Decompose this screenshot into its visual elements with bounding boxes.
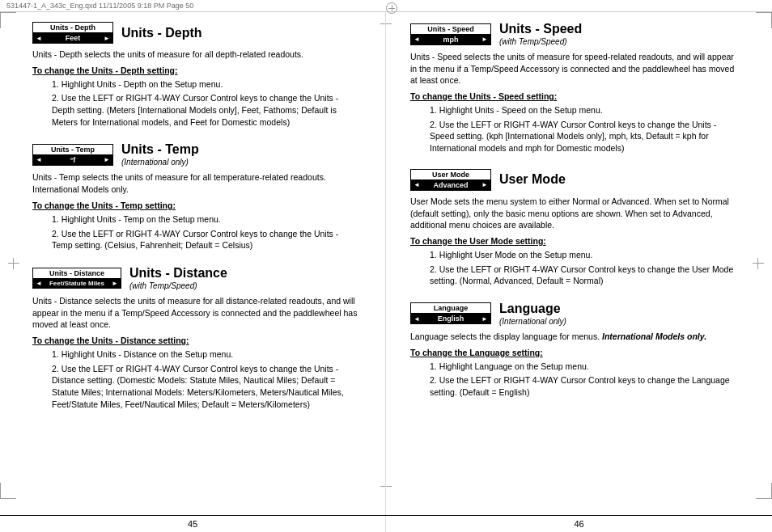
- step: Highlight Units - Depth on the Setup men…: [39, 78, 361, 91]
- user-mode-change-heading: To change the User Mode setting:: [410, 236, 740, 246]
- language-label: English: [420, 315, 481, 323]
- section-units-temp: Units - Temp ◄ °f ► Units - Temp (Intern…: [32, 142, 361, 251]
- page-bottom: 45 46: [0, 515, 772, 532]
- step: Highlight Language on the Setup menu.: [417, 361, 740, 373]
- units-speed-arrow-left: ◄: [414, 36, 420, 43]
- units-speed-label: mph: [420, 36, 481, 44]
- section-language-header: Language ◄ English ► Language (Internati…: [410, 302, 740, 326]
- step: Use the LEFT or RIGHT 4-WAY Cursor Contr…: [39, 92, 361, 128]
- page-container: 531447-1_A_343c_Eng.qxd 11/11/2005 9:18 …: [0, 0, 772, 532]
- units-depth-arrow-left: ◄: [36, 35, 42, 42]
- units-distance-subtitle: (with Temp/Speed): [129, 281, 197, 290]
- user-mode-steps: Highlight User Mode on the Setup menu. U…: [410, 249, 740, 287]
- units-distance-title: Units - Distance: [129, 266, 227, 280]
- language-body: Language selects the display language fo…: [410, 331, 740, 343]
- language-widget-title: Language: [411, 303, 490, 314]
- units-distance-body: Units - Distance selects the units of me…: [32, 295, 361, 331]
- units-temp-body: Units - Temp selects the units of measur…: [32, 171, 361, 195]
- section-user-mode: User Mode ◄ Advanced ► User Mode User Mo…: [410, 169, 740, 287]
- step: Use the LEFT or RIGHT 4-WAY Cursor Contr…: [39, 363, 361, 411]
- right-page: Units - Speed ◄ mph ► Units - Speed (wit…: [386, 12, 772, 515]
- user-mode-arrow-left: ◄: [414, 181, 420, 188]
- user-mode-label: Advanced: [420, 181, 481, 189]
- units-distance-change-heading: To change the Units - Distance setting:: [32, 336, 361, 345]
- section-units-depth-header: Units - Depth ◄ Feet ► Units - Depth: [32, 22, 361, 44]
- step: Use the LEFT or RIGHT 4-WAY Cursor Contr…: [417, 119, 740, 154]
- user-mode-body: User Mode sets the menu system to either…: [410, 196, 740, 231]
- units-speed-body: Units - Speed selects the units of measu…: [410, 51, 740, 87]
- units-temp-widget: Units - Temp ◄ °f ►: [32, 144, 113, 166]
- section-units-speed-header: Units - Speed ◄ mph ► Units - Speed (wit…: [410, 22, 740, 46]
- user-mode-widget: User Mode ◄ Advanced ►: [410, 169, 491, 191]
- page-number-right: 46: [386, 516, 772, 532]
- units-depth-widget-value: ◄ Feet ►: [33, 33, 112, 43]
- units-distance-widget: Units - Distance ◄ Feet/Statute Miles ►: [32, 268, 121, 289]
- units-distance-arrow-left: ◄: [36, 280, 42, 287]
- units-speed-subtitle: (with Temp/Speed): [499, 37, 567, 46]
- user-mode-widget-value: ◄ Advanced ►: [411, 180, 490, 190]
- language-steps: Highlight Language on the Setup menu. Us…: [410, 361, 740, 399]
- language-widget: Language ◄ English ►: [410, 302, 491, 324]
- units-distance-widget-value: ◄ Feet/Statute Miles ►: [33, 279, 121, 288]
- top-bar: 531447-1_A_343c_Eng.qxd 11/11/2005 9:18 …: [0, 0, 772, 12]
- units-depth-change-heading: To change the Units - Depth setting:: [32, 65, 361, 75]
- units-speed-widget: Units - Speed ◄ mph ►: [410, 23, 491, 45]
- main-content: Units - Depth ◄ Feet ► Units - Depth Uni…: [0, 12, 772, 515]
- section-units-distance-header: Units - Distance ◄ Feet/Statute Miles ► …: [32, 266, 361, 290]
- left-page: Units - Depth ◄ Feet ► Units - Depth Uni…: [0, 12, 386, 515]
- step: Highlight User Mode on the Setup menu.: [417, 249, 740, 261]
- step: Highlight Units - Temp on the Setup menu…: [39, 213, 361, 226]
- step: Use the LEFT or RIGHT 4-WAY Cursor Contr…: [417, 264, 740, 287]
- language-arrow-right: ►: [481, 315, 488, 323]
- user-mode-arrow-right: ►: [481, 181, 488, 188]
- units-depth-arrow-right: ►: [104, 35, 110, 42]
- step: Highlight Units - Distance on the Setup …: [39, 348, 361, 361]
- section-user-mode-header: User Mode ◄ Advanced ► User Mode: [410, 169, 740, 191]
- top-bar-text: 531447-1_A_343c_Eng.qxd 11/11/2005 9:18 …: [6, 2, 193, 10]
- units-speed-arrow-right: ►: [481, 36, 488, 43]
- step: Use the LEFT or RIGHT 4-WAY Cursor Contr…: [39, 228, 361, 251]
- language-title: Language: [499, 302, 561, 315]
- units-temp-change-heading: To change the Units - Temp setting:: [32, 201, 361, 210]
- units-distance-title-group: Units - Distance (with Temp/Speed): [129, 266, 227, 290]
- units-depth-widget-title: Units - Depth: [33, 23, 112, 33]
- units-temp-steps: Highlight Units - Temp on the Setup menu…: [32, 213, 361, 251]
- units-temp-subtitle: (International only): [121, 158, 189, 167]
- units-temp-title: Units - Temp: [121, 142, 199, 156]
- language-change-heading: To change the Language setting:: [410, 348, 740, 357]
- units-temp-widget-value: ◄ °f ►: [33, 155, 112, 165]
- units-temp-label: °f: [42, 156, 104, 164]
- units-speed-title: Units - Speed: [499, 22, 582, 36]
- units-speed-widget-value: ◄ mph ►: [411, 35, 490, 44]
- step: Use the LEFT or RIGHT 4-WAY Cursor Contr…: [417, 374, 740, 398]
- units-temp-arrow-left: ◄: [36, 156, 42, 163]
- units-speed-steps: Highlight Units - Speed on the Setup men…: [410, 104, 740, 154]
- section-units-depth: Units - Depth ◄ Feet ► Units - Depth Uni…: [32, 22, 361, 128]
- user-mode-title: User Mode: [499, 172, 566, 187]
- language-subtitle: (International only): [499, 317, 566, 326]
- language-widget-value: ◄ English ►: [411, 314, 490, 323]
- units-speed-widget-title: Units - Speed: [411, 24, 490, 35]
- units-distance-label: Feet/Statute Miles: [42, 280, 112, 287]
- units-depth-widget: Units - Depth ◄ Feet ►: [32, 22, 113, 44]
- units-temp-arrow-right: ►: [104, 156, 110, 163]
- units-distance-steps: Highlight Units - Distance on the Setup …: [32, 348, 361, 410]
- section-units-distance: Units - Distance ◄ Feet/Statute Miles ► …: [32, 266, 361, 411]
- language-arrow-left: ◄: [414, 315, 420, 323]
- user-mode-widget-title: User Mode: [411, 170, 490, 180]
- units-distance-widget-title: Units - Distance: [33, 268, 121, 279]
- units-speed-change-heading: To change the Units - Speed setting:: [410, 91, 740, 101]
- units-speed-title-group: Units - Speed (with Temp/Speed): [499, 22, 582, 46]
- step: Highlight Units - Speed on the Setup men…: [417, 104, 740, 116]
- section-units-speed: Units - Speed ◄ mph ► Units - Speed (wit…: [410, 22, 740, 154]
- units-depth-title: Units - Depth: [121, 26, 202, 40]
- section-units-temp-header: Units - Temp ◄ °f ► Units - Temp (Intern…: [32, 142, 361, 167]
- units-depth-body: Units - Depth selects the units of measu…: [32, 49, 361, 61]
- language-title-group: Language (International only): [499, 302, 566, 326]
- page-number-left: 45: [0, 516, 386, 532]
- units-temp-title-group: Units - Temp (International only): [121, 142, 199, 167]
- section-language: Language ◄ English ► Language (Internati…: [410, 302, 740, 399]
- units-depth-label: Feet: [42, 34, 104, 42]
- units-temp-widget-title: Units - Temp: [33, 145, 112, 155]
- units-distance-arrow-right: ►: [112, 280, 118, 287]
